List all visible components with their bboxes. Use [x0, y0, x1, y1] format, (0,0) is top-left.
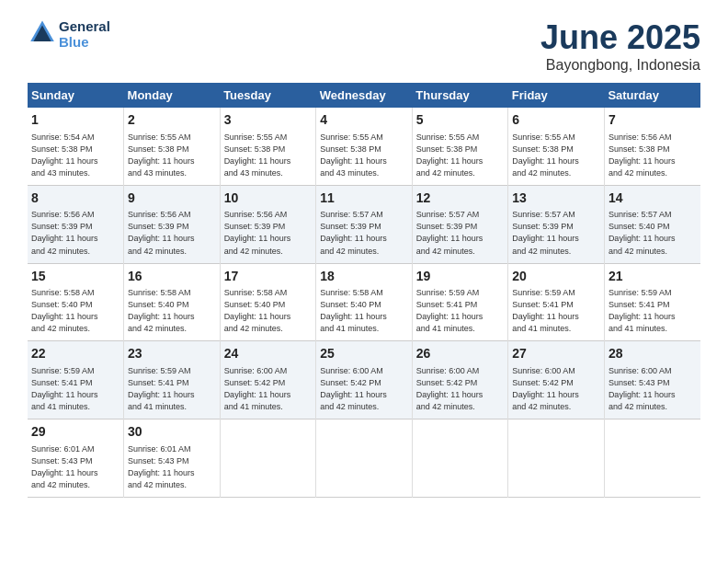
calendar-week-0: 1Sunrise: 5:54 AM Sunset: 5:38 PM Daylig… — [28, 108, 700, 185]
calendar-cell: 12Sunrise: 5:57 AM Sunset: 5:39 PM Dayli… — [412, 185, 508, 263]
day-info: Sunrise: 5:56 AM Sunset: 5:39 PM Dayligh… — [31, 209, 119, 257]
day-info: Sunrise: 6:00 AM Sunset: 5:42 PM Dayligh… — [320, 365, 408, 413]
calendar-cell: 2Sunrise: 5:55 AM Sunset: 5:38 PM Daylig… — [124, 108, 221, 185]
day-number: 7 — [609, 111, 697, 130]
calendar-cell: 29Sunrise: 6:01 AM Sunset: 5:43 PM Dayli… — [28, 419, 124, 498]
calendar-cell: 7Sunrise: 5:56 AM Sunset: 5:38 PM Daylig… — [604, 108, 700, 185]
day-info: Sunrise: 5:57 AM Sunset: 5:39 PM Dayligh… — [320, 209, 408, 257]
day-number: 8 — [31, 190, 119, 208]
day-number: 16 — [128, 268, 216, 286]
calendar-cell: 27Sunrise: 6:00 AM Sunset: 5:42 PM Dayli… — [508, 341, 605, 419]
calendar-cell: 28Sunrise: 6:00 AM Sunset: 5:43 PM Dayli… — [604, 341, 700, 419]
day-number: 24 — [224, 345, 313, 363]
logo-text-line1: General — [59, 18, 110, 34]
calendar-cell: 25Sunrise: 6:00 AM Sunset: 5:42 PM Dayli… — [316, 341, 413, 419]
calendar-cell: 4Sunrise: 5:55 AM Sunset: 5:38 PM Daylig… — [316, 108, 413, 185]
day-number: 1 — [31, 111, 119, 130]
day-number: 18 — [320, 268, 408, 286]
day-number: 10 — [224, 190, 313, 208]
calendar-cell: 21Sunrise: 5:59 AM Sunset: 5:41 PM Dayli… — [604, 263, 700, 341]
calendar-cell: 14Sunrise: 5:57 AM Sunset: 5:40 PM Dayli… — [604, 185, 700, 263]
calendar-cell — [412, 419, 508, 498]
calendar-cell: 18Sunrise: 5:58 AM Sunset: 5:40 PM Dayli… — [316, 263, 413, 341]
day-info: Sunrise: 5:55 AM Sunset: 5:38 PM Dayligh… — [512, 132, 600, 179]
day-number: 28 — [609, 345, 697, 363]
day-info: Sunrise: 6:01 AM Sunset: 5:43 PM Dayligh… — [128, 443, 216, 491]
title-block: June 2025 Bayongbong, Indonesia — [540, 18, 700, 74]
calendar-cell: 23Sunrise: 5:59 AM Sunset: 5:41 PM Dayli… — [124, 341, 221, 419]
day-info: Sunrise: 5:56 AM Sunset: 5:38 PM Dayligh… — [609, 132, 697, 179]
day-number: 15 — [31, 268, 119, 286]
calendar-week-3: 22Sunrise: 5:59 AM Sunset: 5:41 PM Dayli… — [28, 341, 700, 419]
calendar-cell: 11Sunrise: 5:57 AM Sunset: 5:39 PM Dayli… — [316, 185, 413, 263]
day-number: 12 — [416, 190, 505, 208]
calendar-cell: 6Sunrise: 5:55 AM Sunset: 5:38 PM Daylig… — [508, 108, 605, 185]
day-info: Sunrise: 5:57 AM Sunset: 5:39 PM Dayligh… — [416, 209, 505, 257]
day-info: Sunrise: 5:59 AM Sunset: 5:41 PM Dayligh… — [609, 287, 697, 335]
day-info: Sunrise: 5:54 AM Sunset: 5:38 PM Dayligh… — [31, 132, 119, 179]
day-number: 23 — [128, 345, 216, 363]
day-number: 26 — [416, 345, 505, 363]
calendar-cell: 20Sunrise: 5:59 AM Sunset: 5:41 PM Dayli… — [508, 263, 605, 341]
day-info: Sunrise: 5:59 AM Sunset: 5:41 PM Dayligh… — [416, 287, 505, 335]
header-saturday: Saturday — [604, 83, 700, 108]
day-info: Sunrise: 5:59 AM Sunset: 5:41 PM Dayligh… — [31, 365, 119, 413]
day-number: 3 — [224, 111, 313, 130]
calendar-cell: 5Sunrise: 5:55 AM Sunset: 5:38 PM Daylig… — [412, 108, 508, 185]
calendar-cell: 3Sunrise: 5:55 AM Sunset: 5:38 PM Daylig… — [220, 108, 316, 185]
calendar-cell: 15Sunrise: 5:58 AM Sunset: 5:40 PM Dayli… — [28, 263, 124, 341]
calendar-cell: 24Sunrise: 6:00 AM Sunset: 5:42 PM Dayli… — [220, 341, 316, 419]
calendar-week-2: 15Sunrise: 5:58 AM Sunset: 5:40 PM Dayli… — [28, 263, 700, 341]
header-sunday: Sunday — [28, 83, 124, 108]
calendar-cell — [316, 419, 413, 498]
day-info: Sunrise: 5:55 AM Sunset: 5:38 PM Dayligh… — [128, 132, 216, 179]
day-number: 4 — [320, 111, 408, 130]
day-info: Sunrise: 5:58 AM Sunset: 5:40 PM Dayligh… — [128, 287, 216, 335]
day-number: 6 — [512, 111, 600, 130]
day-number: 20 — [512, 268, 600, 286]
calendar-cell: 16Sunrise: 5:58 AM Sunset: 5:40 PM Dayli… — [124, 263, 221, 341]
day-number: 29 — [31, 423, 119, 442]
calendar-cell: 8Sunrise: 5:56 AM Sunset: 5:39 PM Daylig… — [28, 185, 124, 263]
day-number: 25 — [320, 345, 408, 363]
calendar-cell: 1Sunrise: 5:54 AM Sunset: 5:38 PM Daylig… — [28, 108, 124, 185]
month-title: June 2025 — [540, 18, 700, 57]
day-number: 9 — [128, 190, 216, 208]
calendar-week-1: 8Sunrise: 5:56 AM Sunset: 5:39 PM Daylig… — [28, 185, 700, 263]
calendar-cell: 17Sunrise: 5:58 AM Sunset: 5:40 PM Dayli… — [220, 263, 316, 341]
day-info: Sunrise: 5:58 AM Sunset: 5:40 PM Dayligh… — [224, 287, 313, 335]
calendar-table: Sunday Monday Tuesday Wednesday Thursday… — [28, 83, 700, 498]
calendar-cell: 30Sunrise: 6:01 AM Sunset: 5:43 PM Dayli… — [124, 419, 221, 498]
day-info: Sunrise: 6:00 AM Sunset: 5:42 PM Dayligh… — [416, 365, 505, 413]
day-info: Sunrise: 5:56 AM Sunset: 5:39 PM Dayligh… — [128, 209, 216, 257]
day-number: 22 — [31, 345, 119, 363]
calendar-cell — [604, 419, 700, 498]
header-tuesday: Tuesday — [220, 83, 316, 108]
calendar-cell: 26Sunrise: 6:00 AM Sunset: 5:42 PM Dayli… — [412, 341, 508, 419]
header-thursday: Thursday — [412, 83, 508, 108]
day-number: 13 — [512, 190, 600, 208]
day-info: Sunrise: 5:59 AM Sunset: 5:41 PM Dayligh… — [512, 287, 600, 335]
calendar-cell: 9Sunrise: 5:56 AM Sunset: 5:39 PM Daylig… — [124, 185, 221, 263]
day-info: Sunrise: 5:57 AM Sunset: 5:40 PM Dayligh… — [609, 209, 697, 257]
day-number: 11 — [320, 190, 408, 208]
calendar-cell: 19Sunrise: 5:59 AM Sunset: 5:41 PM Dayli… — [412, 263, 508, 341]
day-number: 14 — [609, 190, 697, 208]
calendar-cell: 10Sunrise: 5:56 AM Sunset: 5:39 PM Dayli… — [220, 185, 316, 263]
day-number: 17 — [224, 268, 313, 286]
logo-text-line2: Blue — [59, 34, 110, 50]
logo: General Blue — [28, 18, 110, 50]
day-info: Sunrise: 5:55 AM Sunset: 5:38 PM Dayligh… — [416, 132, 505, 179]
day-info: Sunrise: 5:55 AM Sunset: 5:38 PM Dayligh… — [320, 132, 408, 179]
calendar-container: General Blue June 2025 Bayongbong, Indon… — [0, 0, 728, 516]
calendar-cell — [220, 419, 316, 498]
header-monday: Monday — [124, 83, 221, 108]
subtitle: Bayongbong, Indonesia — [540, 57, 700, 74]
logo-icon — [28, 19, 57, 49]
day-info: Sunrise: 5:58 AM Sunset: 5:40 PM Dayligh… — [31, 287, 119, 335]
day-number: 2 — [128, 111, 216, 130]
day-number: 30 — [128, 423, 216, 442]
day-info: Sunrise: 5:57 AM Sunset: 5:39 PM Dayligh… — [512, 209, 600, 257]
header-row: General Blue June 2025 Bayongbong, Indon… — [28, 18, 700, 74]
day-info: Sunrise: 6:00 AM Sunset: 5:42 PM Dayligh… — [512, 365, 600, 413]
